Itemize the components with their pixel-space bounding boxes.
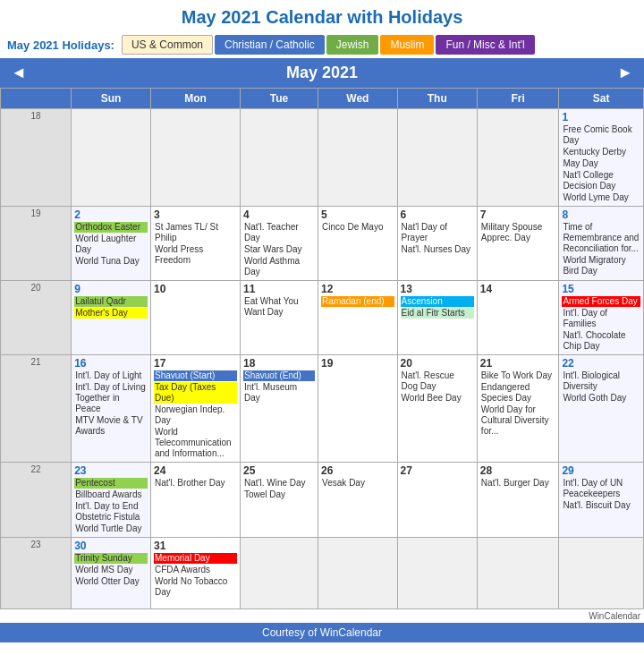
day-cell-may5: 5 Cinco De Mayo xyxy=(318,207,398,281)
day-cell-empty-fri xyxy=(477,109,559,207)
day-cell-may3: 3 St James TL/ St Philip World Press Fre… xyxy=(150,207,240,281)
day-cell-may21: 21 Bike To Work Day Endangered Species D… xyxy=(477,355,559,463)
week-num: 22 xyxy=(1,463,72,538)
courtesy-bar: Courtesy of WinCalendar xyxy=(0,623,644,642)
col-tue: Tue xyxy=(240,89,318,109)
day-cell-may16: 16 Int'l. Day of Light Int'l. Day of Liv… xyxy=(72,355,151,463)
next-arrow[interactable]: ► xyxy=(617,64,633,82)
table-row: 21 16 Int'l. Day of Light Int'l. Day of … xyxy=(1,355,644,463)
day-cell-empty-mon xyxy=(150,109,240,207)
day-cell-may31: 31 Memorial Day CFDA Awards World No Tob… xyxy=(150,538,240,609)
calendar-table: Sun Mon Tue Wed Thu Fri Sat 18 1 Free Co… xyxy=(0,88,644,609)
week-col-header xyxy=(1,89,72,109)
col-thu: Thu xyxy=(397,89,477,109)
day-cell-may19: 19 xyxy=(318,355,398,463)
day-cell-may1: 1 Free Comic Book Day Kentucky Derby May… xyxy=(559,109,644,207)
day-cell-may27: 27 xyxy=(397,463,477,538)
week-num: 21 xyxy=(1,355,72,463)
calendar-nav: ◄ May 2021 ► xyxy=(0,58,644,88)
week-num: 23 xyxy=(1,538,72,609)
day-cell-may25: 25 Nat'l. Wine Day Towel Day xyxy=(240,463,318,538)
day-cell-may13: 13 Ascension Eid al Fitr Starts xyxy=(397,281,477,355)
col-wed: Wed xyxy=(318,89,398,109)
day-cell-may26: 26 Vesak Day xyxy=(318,463,398,538)
table-row: 23 30 Trinity Sunday World MS Day World … xyxy=(1,538,644,609)
day-cell-may22: 22 Int'l. Biological Diversity World Got… xyxy=(559,355,644,463)
day-cell-may6: 6 Nat'l Day of Prayer Nat'l. Nurses Day xyxy=(397,207,477,281)
day-cell-may14: 14 xyxy=(477,281,559,355)
day-cell-may7: 7 Military Spouse Apprec. Day xyxy=(477,207,559,281)
col-sat: Sat xyxy=(559,89,644,109)
day-cell-may2: 2 Orthodox Easter World Laughter Day Wor… xyxy=(72,207,151,281)
tab-fun[interactable]: Fun / Misc & Int'l xyxy=(436,35,534,55)
week-num: 20 xyxy=(1,281,72,355)
day-cell-empty5 xyxy=(559,538,644,609)
day-cell-may9: 9 Lailatul Qadr Mother's Day xyxy=(72,281,151,355)
holidays-bar: May 2021 Holidays: US & Common Christian… xyxy=(0,31,644,58)
day-cell-empty2 xyxy=(318,538,398,609)
day-cell-empty-wed xyxy=(318,109,398,207)
day-cell-empty1 xyxy=(240,538,318,609)
month-year-label: May 2021 xyxy=(286,64,358,82)
week-num: 18 xyxy=(1,109,72,207)
day-cell-empty3 xyxy=(397,538,477,609)
tab-jewish[interactable]: Jewish xyxy=(326,35,379,55)
page-title: May 2021 Calendar with Holidays xyxy=(0,0,644,31)
tab-christian[interactable]: Christian / Catholic xyxy=(215,35,325,55)
day-cell-may28: 28 Nat'l. Burger Day xyxy=(477,463,559,538)
week-num: 19 xyxy=(1,207,72,281)
table-row: 22 23 Pentecost Billboard Awards Int'l. … xyxy=(1,463,644,538)
col-sun: Sun xyxy=(72,89,151,109)
col-fri: Fri xyxy=(477,89,559,109)
col-mon: Mon xyxy=(150,89,240,109)
day-cell-may18: 18 Shavuot (End) Int'l. Museum Day xyxy=(240,355,318,463)
table-row: 19 2 Orthodox Easter World Laughter Day … xyxy=(1,207,644,281)
day-cell-may10: 10 xyxy=(150,281,240,355)
day-cell-may29: 29 Int'l. Day of UN Peacekeepers Nat'l. … xyxy=(559,463,644,538)
day-cell-may8: 8 Time of Remembrance and Reconciliation… xyxy=(559,207,644,281)
footer-winc: WinCalendar xyxy=(0,609,644,623)
tab-us[interactable]: US & Common xyxy=(122,35,213,55)
day-cell-may20: 20 Nat'l. Rescue Dog Day World Bee Day xyxy=(397,355,477,463)
prev-arrow[interactable]: ◄ xyxy=(11,64,27,82)
holidays-label: May 2021 Holidays: xyxy=(7,38,114,52)
day-cell-may15: 15 Armed Forces Day Int'l. Day of Famili… xyxy=(559,281,644,355)
day-cell-empty-tue xyxy=(240,109,318,207)
day-cell-may24: 24 Nat'l. Brother Day xyxy=(150,463,240,538)
tab-muslim[interactable]: Muslim xyxy=(380,35,434,55)
day-cell-empty-thu xyxy=(397,109,477,207)
day-cell-empty4 xyxy=(477,538,559,609)
day-cell-may12: 12 Ramadan (end) xyxy=(318,281,398,355)
day-cell-may23: 23 Pentecost Billboard Awards Int'l. Day… xyxy=(72,463,151,538)
day-cell-may30: 30 Trinity Sunday World MS Day World Ott… xyxy=(72,538,151,609)
table-row: 18 1 Free Comic Book Day Kentucky Derby … xyxy=(1,109,644,207)
day-cell-empty-sun xyxy=(72,109,151,207)
day-cell-may11: 11 Eat What You Want Day xyxy=(240,281,318,355)
day-cell-may4: 4 Nat'l. Teacher Day Star Wars Day World… xyxy=(240,207,318,281)
day-cell-may17: 17 Shavuot (Start) Tax Day (Taxes Due) N… xyxy=(150,355,240,463)
table-row: 20 9 Lailatul Qadr Mother's Day 10 11 Ea… xyxy=(1,281,644,355)
